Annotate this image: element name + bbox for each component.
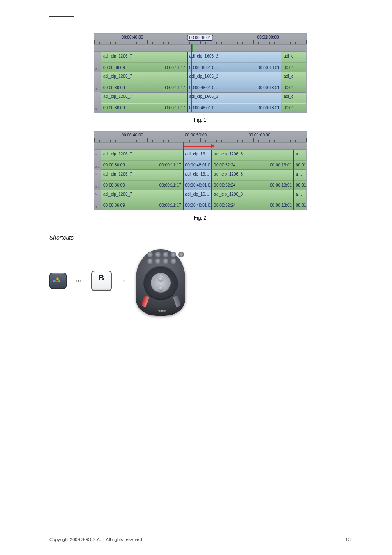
key-label: B bbox=[99, 273, 104, 283]
timeline-clip[interactable]: adl_c00:01 bbox=[281, 92, 306, 112]
timeline-clip[interactable]: adl_clp_1206_700:00:36:0900:00:11:17 bbox=[101, 170, 183, 190]
timeline-ruler[interactable]: 00:00:40:0000:00:50:0000:01:00:00 bbox=[94, 132, 306, 143]
timeline-clip[interactable]: adl_clp_1606_200:00:48:01 0...00:00:13:0… bbox=[187, 52, 282, 72]
timeline-clip[interactable]: adl_clp_1206_700:00:36:0900:00:11:17 bbox=[101, 72, 187, 92]
footer-copyright: Copyright 2009 SGO S.A. – All rights res… bbox=[49, 536, 142, 543]
page-footer: Copyright 2009 SGO S.A. – All rights res… bbox=[49, 534, 351, 543]
clip-title: adl_clp_1206_8 bbox=[212, 170, 293, 181]
timeline-2: 00:00:40:0000:00:50:0000:01:00:00 50:0..… bbox=[94, 131, 307, 210]
timeline-clip[interactable]: adl_clp_1206_700:00:36:0900:00:11:17 bbox=[101, 52, 187, 72]
clip-timecodes: 00:01 bbox=[282, 63, 306, 72]
shuttle-button[interactable] bbox=[171, 252, 176, 257]
track-header-stub: 0... bbox=[94, 92, 101, 112]
shuttle-brand-label: Shuttle bbox=[155, 309, 166, 313]
clip-title: adl_clp_1606_2 bbox=[188, 92, 281, 103]
timeline-track[interactable]: 50:0...adl_clp_1206_700:00:36:0900:00:11… bbox=[94, 150, 306, 170]
clip-timecodes: 00:00:52:2400:00:13:01 bbox=[212, 161, 293, 170]
svg-marker-4 bbox=[57, 277, 58, 278]
clip-title: adl_clp_1206_7 bbox=[101, 170, 183, 181]
timeline-clip[interactable]: adl_clp_1206_800:00:52:2400:00:13:01 bbox=[212, 190, 294, 210]
clip-title: adl_clp_1206_8 bbox=[212, 190, 293, 201]
clip-title: adl_c bbox=[282, 72, 306, 83]
playhead-line bbox=[191, 44, 192, 112]
clip-title: adl_clp_1206_7 bbox=[101, 190, 183, 201]
clip-timecodes: 00:00:36:0900:00:11:17 bbox=[101, 103, 187, 112]
timeline-clip[interactable]: adl_clp_1606_200:00:48:01 0... bbox=[183, 150, 212, 170]
timeline-track[interactable]: 0...adl_clp_1206_700:00:36:0900:00:11:17… bbox=[94, 72, 306, 92]
timeline-clip[interactable]: adl_clp_1206_700:00:36:0900:00:11:17 bbox=[101, 92, 187, 112]
shuttle-button[interactable] bbox=[155, 258, 161, 264]
timeline-clip[interactable]: adl_clp_1206_800:00:52:2400:00:13:01 bbox=[212, 150, 294, 170]
clip-title: adl_clp_1606_2 bbox=[188, 52, 281, 63]
svg-rect-0 bbox=[53, 280, 55, 282]
insert-mode-icon[interactable] bbox=[49, 273, 67, 289]
timeline-track[interactable]: 0...adl_clp_1206_700:00:36:0900:00:11:17… bbox=[94, 92, 306, 112]
clip-title: adl_clp_1606_2 bbox=[184, 170, 212, 181]
clip-title: adl_c bbox=[294, 170, 306, 181]
shuttle-button[interactable] bbox=[155, 252, 161, 257]
clip-timecodes: 00:00:36:0900:00:11:17 bbox=[101, 181, 183, 190]
timeline-track[interactable]: 90:0...adl_clp_1206_700:00:36:0900:00:11… bbox=[94, 190, 306, 210]
clip-timecodes: 00:00:48:01 0...00:00:13:01 bbox=[188, 63, 281, 72]
track-header-stub: 50:0... bbox=[94, 170, 101, 190]
shuttle-controller-icon: Shuttle bbox=[136, 246, 185, 316]
clip-title: adl_c bbox=[294, 190, 306, 201]
shuttle-button[interactable] bbox=[163, 258, 168, 264]
figure-1: 00:00:40:0000:00:48:0100:01:00:00 0...ad… bbox=[49, 33, 351, 113]
shuttle-button[interactable] bbox=[147, 252, 153, 257]
timeline-spacer bbox=[94, 143, 306, 150]
shuttle-button[interactable] bbox=[147, 258, 153, 264]
clip-timecodes: 00:01 bbox=[282, 103, 306, 112]
clip-timecodes: 00:01 bbox=[282, 83, 306, 92]
clip-title: adl_c bbox=[282, 52, 306, 63]
timeline-track[interactable]: 0...adl_clp_1206_700:00:36:0900:00:11:17… bbox=[94, 52, 306, 72]
timeline-clip[interactable]: adl_c00:01 bbox=[281, 52, 306, 72]
shortcuts-heading: Shortcuts bbox=[49, 234, 351, 242]
timeline-clip[interactable]: adl_clp_1206_700:00:36:0900:00:11:17 bbox=[101, 190, 183, 210]
clip-timecodes: 00:01 bbox=[294, 161, 306, 170]
clip-title: adl_clp_1606_2 bbox=[188, 72, 281, 83]
timeline-ruler[interactable]: 00:00:40:0000:00:48:0100:01:00:00 bbox=[94, 34, 306, 45]
timeline-clip[interactable]: adl_clp_1606_200:00:48:01 0...00:00:13:0… bbox=[187, 92, 282, 112]
clip-timecodes: 00:01 bbox=[294, 181, 306, 190]
timeline-clip[interactable]: adl_clp_1606_200:00:48:01 0... bbox=[183, 190, 212, 210]
track-header-stub: 50:0... bbox=[94, 150, 101, 170]
clip-timecodes: 00:00:36:0900:00:11:17 bbox=[101, 63, 187, 72]
timeline-clip[interactable]: adl_c00:01 bbox=[294, 170, 306, 190]
clip-timecodes: 00:00:36:0900:00:11:17 bbox=[101, 83, 187, 92]
timeline-clip[interactable]: adl_clp_1606_200:00:48:01 0...00:00:13:0… bbox=[187, 72, 282, 92]
clip-title: adl_clp_1206_7 bbox=[101, 52, 187, 63]
clip-timecodes: 00:00:48:01 0...00:00:13:01 bbox=[188, 83, 281, 92]
timeline-clip[interactable]: adl_c00:01 bbox=[294, 190, 306, 210]
keyboard-shortcut-key: B bbox=[91, 271, 112, 291]
clip-timecodes: 00:00:48:01 0...00:00:13:01 bbox=[188, 103, 281, 112]
clip-timecodes: 00:00:48:01 0... bbox=[184, 161, 212, 170]
drag-arrow-icon bbox=[183, 144, 216, 148]
clip-title: adl_clp_1206_7 bbox=[101, 150, 183, 161]
clip-title: adl_clp_1206_7 bbox=[101, 92, 187, 103]
clip-timecodes: 00:00:52:2400:00:13:01 bbox=[212, 181, 293, 190]
document-page: { "figure1": { "ruler_labels": [ { "pos"… bbox=[0, 0, 392, 555]
timeline-spacer bbox=[94, 45, 306, 52]
clip-timecodes: 00:01 bbox=[294, 201, 306, 210]
clip-title: adl_clp_1206_8 bbox=[212, 150, 293, 161]
playhead-line bbox=[183, 142, 184, 210]
timeline-track[interactable]: 50:0...adl_clp_1206_700:00:36:0900:00:11… bbox=[94, 170, 306, 190]
timeline-1: 00:00:40:0000:00:48:0100:01:00:00 0...ad… bbox=[94, 33, 307, 113]
timeline-clip[interactable]: adl_clp_1606_200:00:48:01 0... bbox=[183, 170, 212, 190]
or-label-1: or bbox=[76, 277, 81, 284]
clip-title: adl_c bbox=[294, 150, 306, 161]
clip-title: adl_c bbox=[282, 92, 306, 103]
shuttle-button[interactable] bbox=[163, 252, 168, 257]
top-hr bbox=[49, 16, 74, 17]
figure-1-caption: Fig. 1 bbox=[49, 117, 351, 124]
shuttle-button[interactable] bbox=[178, 252, 184, 257]
track-header-stub: 0... bbox=[94, 72, 101, 92]
timeline-clip[interactable]: adl_c00:01 bbox=[281, 72, 306, 92]
svg-rect-3 bbox=[56, 278, 59, 280]
timeline-clip[interactable]: adl_clp_1206_700:00:36:0900:00:11:17 bbox=[101, 150, 183, 170]
shuttle-button[interactable] bbox=[171, 258, 176, 264]
timeline-clip[interactable]: adl_clp_1206_800:00:52:2400:00:13:01 bbox=[212, 170, 294, 190]
timeline-clip[interactable]: adl_c00:01 bbox=[294, 150, 306, 170]
figure-2-caption: Fig. 2 bbox=[49, 215, 351, 222]
